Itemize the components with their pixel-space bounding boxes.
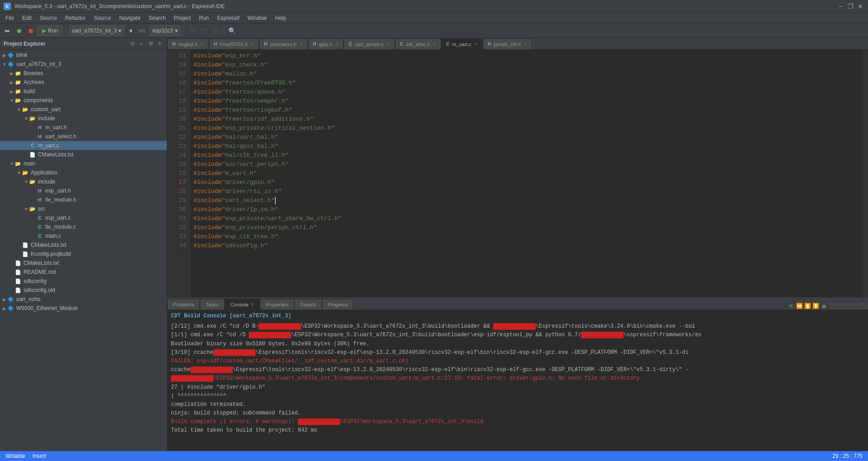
tab-close-btn[interactable]: ✕ <box>387 42 390 47</box>
menu-item-espressif[interactable]: Espressif <box>213 13 243 23</box>
editor-tab-intr_alloc-c[interactable]: Cintr_alloc.c✕ <box>395 38 441 49</box>
menu-item-source[interactable]: Source <box>36 13 61 23</box>
play-icon: ▶ <box>42 28 46 34</box>
menu-item-source[interactable]: Source <box>90 13 114 23</box>
tree-item[interactable]: Hlte_module.h <box>0 195 167 204</box>
bottom-panel-icon-6[interactable]: ⬛ <box>836 302 844 310</box>
tree-item[interactable]: ▶📁Archives <box>0 78 167 87</box>
tree-item[interactable]: 📄CMakeLists.txt <box>0 150 167 159</box>
panel-icon-3[interactable]: ⊞ <box>147 40 154 47</box>
editor-tab-FreeRTOS-h[interactable]: HFreeRTOS.h✕ <box>209 38 259 49</box>
bottom-panel-icon-0[interactable]: ✕ <box>788 302 795 310</box>
tree-item[interactable]: ▶🔷W5500_Ethernet_Module <box>0 304 167 313</box>
console-output[interactable]: CDT Build Console [uart_a7672s_int_3][2/… <box>167 310 868 451</box>
bottom-tab-tasks[interactable]: Tasks <box>200 299 224 310</box>
restore-button[interactable]: ❐ <box>846 2 854 10</box>
toolbar-btn-5[interactable]: ⬛ <box>210 25 221 36</box>
toolbar-arrow-btn[interactable]: ▾ <box>125 25 136 36</box>
tree-item[interactable]: ▼📂main <box>0 159 167 168</box>
tree-item[interactable]: Hesp_uart.h <box>0 186 167 195</box>
bottom-tab-progress[interactable]: Progress <box>322 299 354 310</box>
tree-item[interactable]: Cmain.c <box>0 231 167 240</box>
run-button[interactable]: ▶ Run <box>37 25 63 36</box>
config-dropdown[interactable]: uart_a7672s_int_3 ▾ <box>69 25 124 36</box>
bottom-panel-icon-2[interactable]: ⏫ <box>804 302 811 310</box>
tab-close-btn[interactable]: ✕ <box>250 42 254 47</box>
bottom-tab-search[interactable]: Search <box>294 299 322 310</box>
tree-item[interactable]: 📄sdkconfig <box>0 277 167 286</box>
tree-item[interactable]: ▼📂Application <box>0 168 167 177</box>
panel-icon-2[interactable]: ≡ <box>138 40 145 47</box>
tab-close-btn[interactable]: ✕ <box>200 42 204 47</box>
tree-item[interactable]: ▶🔷uart_echo <box>0 295 167 304</box>
tree-item[interactable]: ▶📁Binaries <box>0 69 167 78</box>
toolbar-back-btn[interactable]: ⬅ <box>2 25 13 36</box>
bottom-panel-icon-1[interactable]: ⏩ <box>796 302 803 310</box>
close-button[interactable]: ✕ <box>856 2 864 10</box>
menu-item-window[interactable]: Window <box>244 13 271 23</box>
bottom-panel-icon-7[interactable]: ⬛ <box>844 302 852 310</box>
left-panel: Project Explorer ⊟ ≡ ⊞ ✕ ▶🔷blink▼🔷uart_a… <box>0 38 167 451</box>
tree-item[interactable]: 📄sdkconfig.old <box>0 286 167 295</box>
editor-tab-portmacro-h[interactable]: Hportmacro.h✕ <box>259 38 308 49</box>
panel-icon-1[interactable]: ⊟ <box>129 40 136 47</box>
tree-item[interactable]: ▼📂custom_uart <box>0 105 167 114</box>
bottom-panel-icon-4[interactable]: ⏏ <box>820 302 827 310</box>
menu-item-navigate[interactable]: Navigate <box>115 13 144 23</box>
tree-item[interactable]: 📄CMakeLists.txt <box>0 240 167 249</box>
toolbar-circle-btn[interactable]: ⏺ <box>14 25 24 36</box>
menu-item-search[interactable]: Search <box>145 13 170 23</box>
bottom-panel-icon-3[interactable]: ⏬ <box>812 302 819 310</box>
tab-close-btn[interactable]: ✕ <box>524 42 527 47</box>
tab-close-btn[interactable]: ✕ <box>335 42 339 47</box>
tree-item[interactable]: Clte_module.c <box>0 222 167 231</box>
bottom-tab-problems[interactable]: Problems <box>167 299 200 310</box>
tree-item[interactable]: ▼🔷uart_a7672s_int_3 <box>0 60 167 69</box>
bottom-panel-icon-8[interactable]: ⬛ <box>853 302 860 310</box>
editor-tab-m_uart-c[interactable]: Cm_uart.c✕ <box>441 38 483 49</box>
menu-item-file[interactable]: File <box>2 13 18 23</box>
tree-item[interactable]: Cesp_uart.c <box>0 213 167 222</box>
tree-item[interactable]: ▼📂components <box>0 96 167 105</box>
tree-item[interactable]: ▼📂src <box>0 204 167 213</box>
tab-close-btn[interactable]: ✕ <box>474 42 478 47</box>
tree-item[interactable]: Cm_uart.c <box>0 141 167 150</box>
code-content[interactable]: #include "esp_err.h"#include "esp_check.… <box>190 50 863 297</box>
toolbar-btn-6[interactable]: 🔍 <box>227 25 238 36</box>
editor-tab-periph_ctrl-h[interactable]: Hperiph_ctrl.h✕ <box>483 38 533 49</box>
minimize-button[interactable]: − <box>836 2 844 10</box>
tree-item[interactable]: ▶🔷blink <box>0 51 167 60</box>
bottom-tab-console[interactable]: Console ✕ <box>225 299 260 310</box>
code-line: #include "freertos/semphr.h" <box>193 97 859 106</box>
menu-item-edit[interactable]: Edit <box>19 13 35 23</box>
tree-item[interactable]: 📄Kconfig.projbuild <box>0 249 167 259</box>
bottom-tab-close[interactable]: ✕ <box>250 302 254 307</box>
target-dropdown[interactable]: esp32c3 ▾ <box>149 25 180 36</box>
bottom-tab-properties[interactable]: Properties <box>260 299 294 310</box>
code-line: #include "hal/uart_hal.h" <box>193 133 859 142</box>
editor-tab-uart_periph-c[interactable]: Cuart_periph.c✕ <box>344 38 395 49</box>
tree-item[interactable]: 📄README.md <box>0 268 167 277</box>
menu-item-run[interactable]: Run <box>195 13 212 23</box>
tree-item[interactable]: ▶📁build <box>0 87 167 96</box>
panel-close[interactable]: ✕ <box>156 40 163 47</box>
toolbar-btn-3[interactable]: ⬛ <box>187 25 198 36</box>
menu-item-help[interactable]: Help <box>271 13 290 23</box>
menu-item-project[interactable]: Project <box>170 13 194 23</box>
toolbar-btn-4[interactable]: ⬛ <box>198 25 209 36</box>
bottom-panel-icon-5[interactable]: ⬛ <box>828 302 835 310</box>
bottom-panel-icon-9[interactable]: ⬛ <box>861 302 868 310</box>
tab-close-btn[interactable]: ✕ <box>433 42 436 47</box>
tab-close-btn[interactable]: ✕ <box>299 42 303 47</box>
tree-item[interactable]: Huart_select.h <box>0 132 167 141</box>
tree-item[interactable]: ▼📂include <box>0 114 167 123</box>
tree-item[interactable]: 📄CMakeLists.txt <box>0 259 167 268</box>
tree-item[interactable]: Hm_uart.h <box>0 123 167 132</box>
editor-tab-gpio-h[interactable]: Hgpio.h✕ <box>308 38 344 49</box>
editor-tab-ringbuf-h[interactable]: Hringbuf.h✕ <box>167 38 209 49</box>
code-line: #include "freertos/idf_additions.h" <box>193 115 859 124</box>
menu-item-refactor[interactable]: Refactor <box>61 13 89 23</box>
code-editor[interactable]: 1314151617181920212223242526!27282930313… <box>167 50 868 297</box>
tree-item[interactable]: ▼📂include <box>0 177 167 186</box>
toolbar-stop-btn[interactable]: ⏹ <box>25 25 36 36</box>
